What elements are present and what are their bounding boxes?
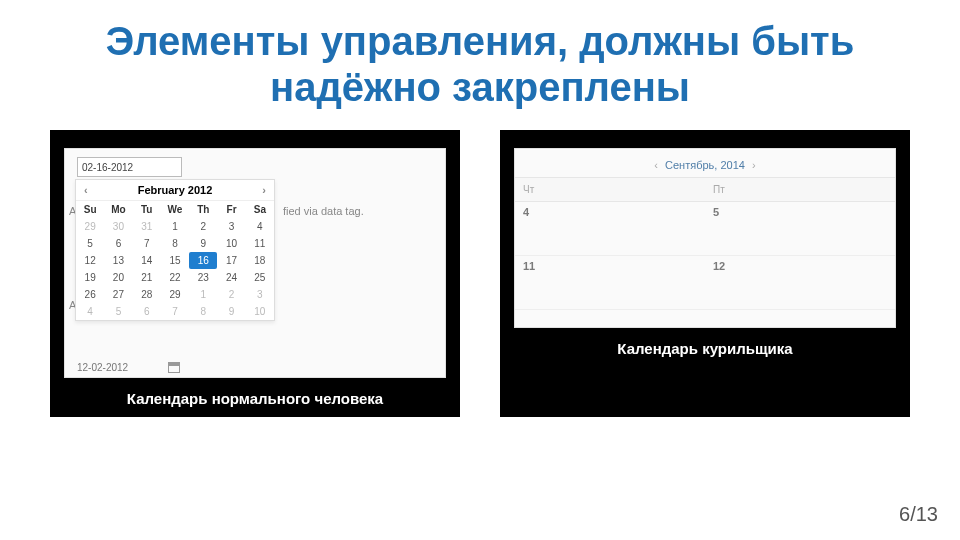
dow-cell: Su: [76, 201, 104, 218]
day-cell[interactable]: 23: [189, 269, 217, 286]
left-caption: Календарь нормального человека: [127, 390, 383, 407]
dow-cell: Fr: [217, 201, 245, 218]
next-month-icon[interactable]: ›: [748, 159, 760, 171]
day-cell[interactable]: 1: [161, 218, 189, 235]
day-cell[interactable]: 4: [515, 202, 705, 256]
day-cell[interactable]: 4: [76, 303, 104, 320]
day-cell[interactable]: 7: [161, 303, 189, 320]
day-cell[interactable]: 10: [217, 235, 245, 252]
day-cell[interactable]: 13: [104, 252, 132, 269]
day-cell[interactable]: 22: [161, 269, 189, 286]
prev-month-icon[interactable]: ‹: [650, 159, 662, 171]
day-cell[interactable]: 2: [189, 218, 217, 235]
right-month-label[interactable]: Сентябрь, 2014: [665, 159, 745, 171]
day-cell[interactable]: 30: [104, 218, 132, 235]
bg-hint: fied via data tag.: [283, 205, 364, 217]
left-screenshot: 02-16-2012 Atta fied via data tag. Ad ‹ …: [64, 148, 446, 378]
big-calendar: ЧтПт 451112: [515, 177, 895, 310]
day-cell[interactable]: 9: [189, 235, 217, 252]
day-cell[interactable]: 16: [189, 252, 217, 269]
day-cell[interactable]: 5: [104, 303, 132, 320]
title-line-1: Элементы управления, должны быть: [40, 18, 920, 64]
day-cell[interactable]: 8: [189, 303, 217, 320]
right-caption: Календарь курильщика: [617, 340, 792, 357]
day-cell[interactable]: 12: [705, 256, 895, 310]
day-cell[interactable]: 26: [76, 286, 104, 303]
day-cell[interactable]: 27: [104, 286, 132, 303]
day-cell[interactable]: 12: [76, 252, 104, 269]
day-cell[interactable]: 25: [246, 269, 274, 286]
dow-cell: Mo: [104, 201, 132, 218]
slide-title: Элементы управления, должны быть надёжно…: [0, 0, 960, 110]
secondary-date-text: 12-02-2012: [77, 362, 128, 373]
dow-cell: Пт: [705, 178, 895, 202]
day-cell[interactable]: 29: [76, 218, 104, 235]
day-cell[interactable]: 15: [161, 252, 189, 269]
day-cell[interactable]: 1: [189, 286, 217, 303]
day-cell[interactable]: 3: [217, 218, 245, 235]
secondary-date: 12-02-2012: [77, 362, 180, 373]
panels-row: 02-16-2012 Atta fied via data tag. Ad ‹ …: [0, 110, 960, 417]
next-month-icon[interactable]: ›: [262, 184, 266, 196]
day-cell[interactable]: 24: [217, 269, 245, 286]
dow-cell: We: [161, 201, 189, 218]
datepicker-header: ‹ February 2012 ›: [76, 180, 274, 201]
day-cell[interactable]: 4: [246, 218, 274, 235]
day-cell[interactable]: 11: [246, 235, 274, 252]
day-cell[interactable]: 10: [246, 303, 274, 320]
left-panel: 02-16-2012 Atta fied via data tag. Ad ‹ …: [50, 130, 460, 417]
day-cell[interactable]: 7: [133, 235, 161, 252]
day-cell[interactable]: 29: [161, 286, 189, 303]
day-cell[interactable]: 2: [217, 286, 245, 303]
right-panel: ‹ Сентябрь, 2014 › ЧтПт 451112 Календарь…: [500, 130, 910, 417]
date-input[interactable]: 02-16-2012: [77, 157, 182, 177]
day-cell[interactable]: 11: [515, 256, 705, 310]
day-cell[interactable]: 20: [104, 269, 132, 286]
day-cell[interactable]: 19: [76, 269, 104, 286]
datepicker-grid: SuMoTuWeThFrSa 2930311234567891011121314…: [76, 201, 274, 320]
right-screenshot: ‹ Сентябрь, 2014 › ЧтПт 451112: [514, 148, 896, 328]
day-cell[interactable]: 28: [133, 286, 161, 303]
page-number: 6/13: [899, 503, 938, 526]
day-cell[interactable]: 3: [246, 286, 274, 303]
day-cell[interactable]: 31: [133, 218, 161, 235]
month-label[interactable]: February 2012: [138, 184, 213, 196]
day-cell[interactable]: 18: [246, 252, 274, 269]
day-cell[interactable]: 21: [133, 269, 161, 286]
day-cell[interactable]: 14: [133, 252, 161, 269]
dow-cell: Чт: [515, 178, 705, 202]
calendar-icon[interactable]: [168, 362, 180, 373]
dow-cell: Th: [189, 201, 217, 218]
day-cell[interactable]: 5: [76, 235, 104, 252]
day-cell[interactable]: 6: [104, 235, 132, 252]
right-month-header: ‹ Сентябрь, 2014 ›: [515, 149, 895, 177]
prev-month-icon[interactable]: ‹: [84, 184, 88, 196]
dow-cell: Sa: [246, 201, 274, 218]
day-cell[interactable]: 9: [217, 303, 245, 320]
day-cell[interactable]: 8: [161, 235, 189, 252]
title-line-2: надёжно закреплены: [40, 64, 920, 110]
dow-cell: Tu: [133, 201, 161, 218]
date-input-value: 02-16-2012: [82, 162, 133, 173]
day-cell[interactable]: 17: [217, 252, 245, 269]
datepicker-popup: ‹ February 2012 › SuMoTuWeThFrSa 2930311…: [75, 179, 275, 321]
day-cell[interactable]: 5: [705, 202, 895, 256]
day-cell[interactable]: 6: [133, 303, 161, 320]
